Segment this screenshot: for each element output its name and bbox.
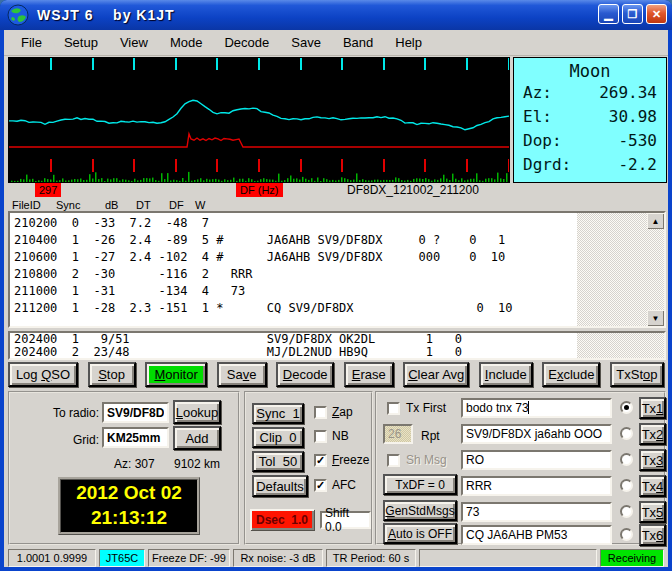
spacer-panel <box>419 549 597 567</box>
tx-message-5-input[interactable] <box>461 502 612 522</box>
menu-save[interactable]: Save <box>280 32 332 53</box>
tx5-radio[interactable] <box>620 505 633 518</box>
tx4-button[interactable]: Tx4 <box>639 475 666 497</box>
txstop-button[interactable]: TxStop <box>610 362 664 387</box>
df-axis-label: DF (Hz) <box>236 183 283 197</box>
title-bar[interactable]: WSJT 6 by K1JT ▁ ❒ ✕ <box>0 0 672 30</box>
decode-row: 210600 1 -27 2.4 -102 4 # JA6AHB SV9/DF8… <box>14 249 577 266</box>
maximize-button[interactable]: ❒ <box>622 4 643 24</box>
station-group: To radio: Lookup Grid: Add Az: 307 9102 … <box>8 391 240 545</box>
avg-gutter <box>577 333 664 358</box>
menu-file[interactable]: File <box>10 32 53 53</box>
close-button[interactable]: ✕ <box>646 4 667 24</box>
tol-button[interactable]: Tol 50 <box>252 451 304 472</box>
tx3-button[interactable]: Tx3 <box>639 449 666 471</box>
tx2-button[interactable]: Tx2 <box>639 423 666 445</box>
txdf-button[interactable]: TxDF = 0 <box>383 474 457 495</box>
tx1-radio[interactable] <box>620 401 633 414</box>
tx3-radio[interactable] <box>620 453 633 466</box>
menu-band[interactable]: Band <box>332 32 384 53</box>
lookup-button[interactable]: Lookup <box>173 400 221 424</box>
tx-message-1-input[interactable] <box>461 398 612 418</box>
include-button[interactable]: Include <box>479 362 533 387</box>
average-text-area[interactable]: 202400 1 9/51 SV9/DF8DX OK2DL 1 0 202400… <box>8 331 666 360</box>
tx-message-3-input[interactable] <box>461 450 612 470</box>
shift-indicator[interactable]: Shift 0.0 <box>320 511 371 529</box>
menu-setup[interactable]: Setup <box>53 32 109 53</box>
minimize-button[interactable]: ▁ <box>598 4 619 24</box>
to-radio-input[interactable] <box>102 402 169 423</box>
nb-checkbox-box[interactable] <box>314 430 327 443</box>
scroll-down-icon[interactable]: ▼ <box>647 310 664 326</box>
log-qso-button[interactable]: Log QSO <box>8 362 78 387</box>
moon-dgrd-value: -2.2 <box>618 153 657 177</box>
rpt-value-field: 26 <box>383 424 413 444</box>
moon-info-panel: Moon Az:269.34 El:30.98 Dop:-530 Dgrd:-2… <box>513 57 667 183</box>
menu-decode[interactable]: Decode <box>213 32 280 53</box>
tx2-radio[interactable] <box>620 427 633 440</box>
exclude-button[interactable]: Exclude <box>542 362 600 387</box>
scrollbar-track[interactable] <box>647 229 664 310</box>
add-button[interactable]: Add <box>173 426 221 450</box>
avg-row: 202400 2 23/48 MJ/DL2NUD HB9Q 1 0 <box>14 346 577 359</box>
nb-label: NB <box>332 429 349 443</box>
spectrum-svg <box>9 58 509 182</box>
afc-checkbox[interactable]: ✓ AFC <box>314 478 356 492</box>
col-df: DF <box>169 199 184 211</box>
erase-button[interactable]: Erase <box>344 362 394 387</box>
zap-checkbox[interactable]: Zap <box>314 405 353 419</box>
freeze-checkbox[interactable]: ✓ Freeze <box>314 453 369 467</box>
menu-mode[interactable]: Mode <box>159 32 214 53</box>
sync-button[interactable]: Sync 1 <box>252 403 304 424</box>
freeze-checkbox-box[interactable]: ✓ <box>314 454 327 467</box>
status-bar: 1.0001 0.9999 JT65C Freeze DF: -99 Rx no… <box>4 549 668 567</box>
spectrum-display[interactable] <box>8 57 510 183</box>
caption-buttons: ▁ ❒ ✕ <box>598 4 667 24</box>
tx1-button[interactable]: Tx1 <box>639 397 666 419</box>
sh-msg-checkbox-box[interactable] <box>387 454 400 467</box>
auto-button[interactable]: Auto is OFF <box>383 523 457 544</box>
calibration-panel: 1.0001 0.9999 <box>8 549 96 567</box>
tx-message-6-input[interactable] <box>461 525 612 545</box>
moon-el-value: 30.98 <box>609 105 657 129</box>
tx6-radio[interactable] <box>620 528 633 541</box>
tx6-button[interactable]: Tx6 <box>639 524 666 546</box>
decode-scrollbar[interactable]: ▲ ▼ <box>647 213 664 326</box>
decode-row: 211000 1 -31 -134 4 73 <box>14 283 577 300</box>
save-button[interactable]: Save <box>217 362 267 387</box>
moon-az-label: Az: <box>523 81 552 105</box>
zap-checkbox-box[interactable] <box>314 406 327 419</box>
nb-checkbox[interactable]: NB <box>314 429 349 443</box>
tr-period-panel: TR Period: 60 s <box>326 549 416 567</box>
tx5-button[interactable]: Tx5 <box>639 501 666 523</box>
tx-message-4-input[interactable] <box>461 476 612 496</box>
tx4-radio[interactable] <box>620 479 633 492</box>
clip-button[interactable]: Clip 0 <box>252 427 304 448</box>
decoded-text-area[interactable]: 210200 0 -33 7.2 -48 7 210400 1 -26 2.4 … <box>8 211 666 328</box>
decode-row: 210200 0 -33 7.2 -48 7 <box>14 215 577 232</box>
defaults-button[interactable]: Defaults <box>252 475 308 497</box>
app-globe-icon <box>7 4 29 26</box>
gen-std-msgs-button[interactable]: GenStdMsgs <box>383 500 457 521</box>
tx-first-checkbox[interactable]: Tx First <box>387 401 446 415</box>
tx-message-2-input[interactable] <box>461 424 612 444</box>
text-caret <box>528 401 529 414</box>
tx-first-checkbox-box[interactable] <box>387 402 400 415</box>
dsec-indicator[interactable]: Dsec 1.0 <box>250 509 314 530</box>
col-sync: Sync <box>56 199 80 211</box>
menu-help[interactable]: Help <box>384 32 433 53</box>
menu-view[interactable]: View <box>109 32 159 53</box>
tx-group: Tx First Tx1 26 Rpt Tx2 Sh Msg Tx3 TxDF … <box>375 391 666 545</box>
moon-dgrd-label: Dgrd: <box>523 153 571 177</box>
col-db: dB <box>105 199 118 211</box>
monitor-button[interactable]: Monitor <box>145 362 207 387</box>
rpt-label: Rpt <box>421 429 440 443</box>
clear-avg-button[interactable]: Clear Avg <box>403 362 469 387</box>
decode-button[interactable]: Decode <box>276 362 334 387</box>
afc-checkbox-box[interactable]: ✓ <box>314 479 327 492</box>
col-fileid: FileID <box>12 199 41 211</box>
stop-button[interactable]: Stop <box>88 362 136 387</box>
sh-msg-checkbox[interactable]: Sh Msg <box>387 453 447 467</box>
scroll-up-icon[interactable]: ▲ <box>647 213 664 229</box>
grid-input[interactable] <box>102 427 169 448</box>
